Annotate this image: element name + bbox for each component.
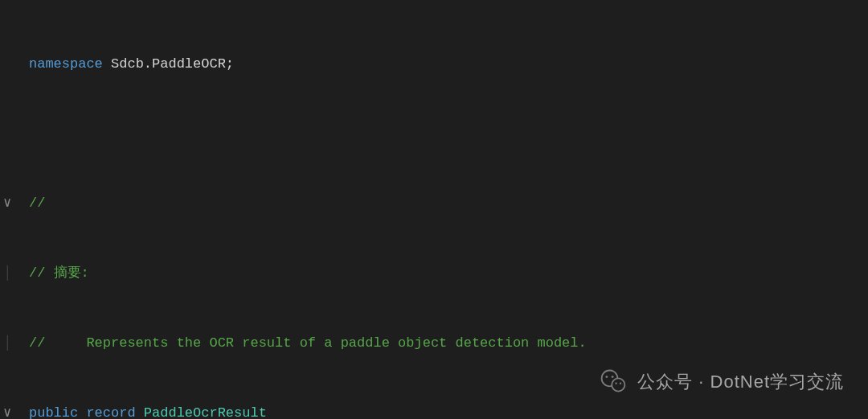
comment: // [29, 195, 45, 211]
comment: // Represents the OCR result of a paddle… [29, 335, 587, 351]
fold-chevron-icon[interactable]: ∨ [3, 402, 11, 419]
code-line: ∨ public record PaddleOcrResult [0, 402, 734, 419]
svg-point-1 [612, 379, 624, 392]
code-line-blank [0, 123, 734, 146]
svg-point-3 [612, 376, 614, 378]
code-line: namespace Sdcb.PaddleOCR; [0, 53, 734, 76]
comment: // 摘要: [29, 265, 89, 281]
fold-chevron-icon[interactable]: ∨ [3, 192, 11, 216]
watermark-text: 公众号 · DotNet学习交流 [637, 367, 844, 396]
type-name: PaddleOcrResult [144, 405, 267, 419]
code-line: ∨ // [0, 192, 734, 216]
keyword-namespace: namespace [29, 56, 103, 72]
namespace-name: Sdcb.PaddleOCR; [103, 56, 234, 72]
code-line: │ // Represents the OCR result of a padd… [0, 332, 734, 355]
keyword-public: public [29, 405, 78, 419]
watermark: 公众号 · DotNet学习交流 [599, 367, 844, 396]
svg-point-2 [606, 376, 608, 378]
keyword-record: record [86, 405, 135, 419]
svg-point-4 [616, 383, 617, 384]
code-editor[interactable]: namespace Sdcb.PaddleOCR; ∨ // │ // 摘要: … [0, 0, 734, 419]
code-line: │ // 摘要: [0, 262, 734, 285]
wechat-icon [599, 367, 628, 396]
svg-point-5 [620, 383, 621, 384]
